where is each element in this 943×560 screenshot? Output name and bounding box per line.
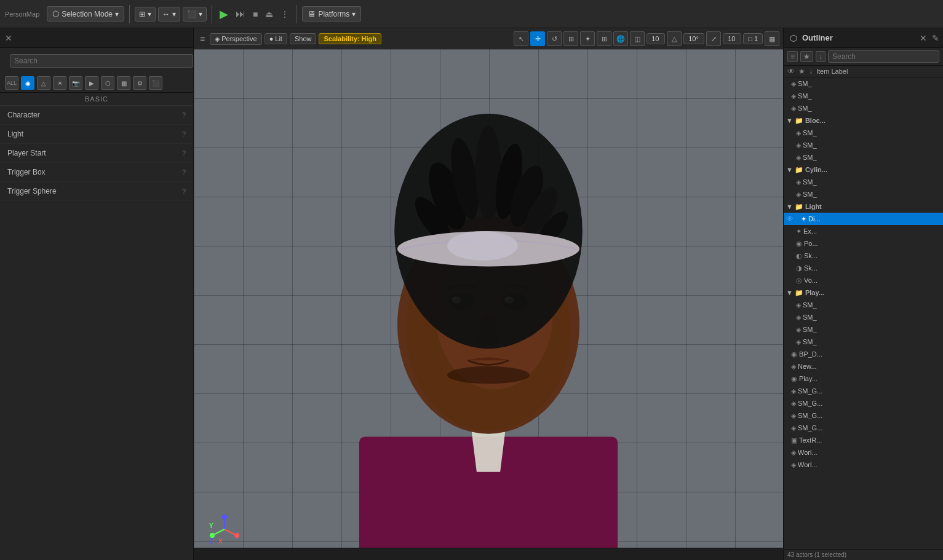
tree-item-cylin-sm2[interactable]: ◈ SM_ bbox=[784, 188, 943, 200]
lp-item-player-start[interactable]: Player Start ? bbox=[0, 144, 193, 163]
step-button[interactable]: ⏭ bbox=[233, 9, 248, 20]
tree-group-player[interactable]: ▼ 📁 Play... bbox=[784, 286, 943, 299]
perspective-button[interactable]: ◈ Perspective bbox=[210, 33, 261, 45]
lp-item-player-start-help[interactable]: ? bbox=[182, 149, 186, 157]
left-panel-search-container bbox=[0, 48, 193, 74]
lp-item-trigger-box[interactable]: Trigger Box ? bbox=[0, 163, 193, 182]
cam-value-btn[interactable]: □ 1 bbox=[743, 33, 763, 44]
tree-item-point-light[interactable]: ◉ Po... bbox=[784, 237, 943, 250]
tree-item-block-sm2[interactable]: ◈ SM_ bbox=[784, 139, 943, 151]
tree-item-smg4[interactable]: ◈ SM_G... bbox=[784, 422, 943, 434]
transform-btn-3[interactable]: ⬛ ▾ bbox=[183, 7, 207, 22]
rotate-tool-btn[interactable]: ↺ bbox=[547, 31, 562, 46]
tree-item-worl2[interactable]: ◈ Worl... bbox=[784, 459, 943, 471]
layout-btn[interactable]: ▦ bbox=[765, 31, 779, 46]
lp-icon-mesh[interactable]: △ bbox=[37, 76, 50, 90]
tree-item-skylight2[interactable]: ◑ Sk... bbox=[784, 262, 943, 274]
tree-item-player[interactable]: ◉ Play... bbox=[784, 373, 943, 385]
tree-group-block[interactable]: ▼ 📁 Bloc... bbox=[784, 114, 943, 127]
lp-item-character[interactable]: Character ? bbox=[0, 106, 193, 125]
lp-icon-all[interactable]: ALL bbox=[5, 76, 18, 90]
tree-item-play-sm3[interactable]: ◈ SM_ bbox=[784, 323, 943, 336]
scale-icon[interactable]: ⤢ bbox=[706, 31, 721, 46]
tree-item-textr[interactable]: ▣ TextR... bbox=[784, 434, 943, 446]
scale-tool-btn[interactable]: ⊞ bbox=[563, 31, 578, 46]
tree-item-bpd[interactable]: ◉ BP_D... bbox=[784, 348, 943, 360]
outliner-search-input[interactable] bbox=[828, 50, 939, 63]
scalability-button[interactable]: Scalability: High bbox=[319, 33, 381, 44]
tree-group-cylin[interactable]: ▼ 📁 Cylin... bbox=[784, 164, 943, 176]
tree-item-skylight1[interactable]: ◐ Sk... bbox=[784, 250, 943, 262]
tree-group-light[interactable]: ▼ 📁 Light bbox=[784, 200, 943, 213]
tree-item-play-sm4[interactable]: ◈ SM_ bbox=[784, 336, 943, 348]
eject-button[interactable]: ⏏ bbox=[263, 9, 276, 19]
outliner-header: ⬡ Outliner ✕ ✎ bbox=[784, 28, 943, 48]
tree-item-sm3[interactable]: ◈ SM_ bbox=[784, 102, 943, 114]
scale-value-btn[interactable]: 10 bbox=[723, 33, 741, 44]
left-panel-search-input[interactable] bbox=[10, 54, 193, 68]
tree-item-sm2[interactable]: ◈ SM_ bbox=[784, 90, 943, 102]
outliner-filter-btn-1[interactable]: ≡ bbox=[787, 51, 798, 62]
character-render bbox=[273, 49, 704, 560]
col-eye-icon[interactable]: 👁 bbox=[787, 67, 795, 76]
lp-icon-settings[interactable]: ⚙ bbox=[133, 76, 146, 90]
play-button[interactable]: ▶ bbox=[217, 7, 231, 21]
lp-icon-play[interactable]: ▶ bbox=[85, 76, 98, 90]
lp-item-trigger-sphere-help[interactable]: ? bbox=[182, 187, 186, 195]
tree-item-play-sm1[interactable]: ◈ SM_ bbox=[784, 299, 943, 311]
viewport-menu-button[interactable]: ≡ bbox=[197, 33, 207, 45]
lp-icon-camera[interactable]: 📷 bbox=[69, 76, 82, 90]
tree-item-cylin-sm1[interactable]: ◈ SM_ bbox=[784, 176, 943, 188]
lp-item-light[interactable]: Light ? bbox=[0, 125, 193, 144]
tree-smg2-label: SM_G... bbox=[798, 400, 941, 407]
tree-item-exponential-fog[interactable]: ✦ Ex... bbox=[784, 225, 943, 237]
viewport[interactable]: ≡ ◈ Perspective ● Lit Show Scalability: … bbox=[194, 28, 783, 560]
lp-item-light-help[interactable]: ? bbox=[182, 130, 186, 138]
tree-item-block-sm1[interactable]: ◈ SM_ bbox=[784, 127, 943, 139]
angle-value-btn[interactable]: 10° bbox=[683, 33, 704, 44]
lp-item-trigger-sphere[interactable]: Trigger Sphere ? bbox=[0, 182, 193, 201]
tree-item-new[interactable]: ◈ New... bbox=[784, 360, 943, 373]
tree-item-smg1[interactable]: ◈ SM_G... bbox=[784, 385, 943, 397]
transform-btn-1[interactable]: ⊞ ▾ bbox=[135, 7, 156, 22]
outliner-edit-button[interactable]: ✎ bbox=[932, 33, 939, 43]
tree-item-block-sm3[interactable]: ◈ SM_ bbox=[784, 151, 943, 164]
transform-btn-2[interactable]: ↔ ▾ bbox=[158, 7, 180, 22]
select-tool-btn[interactable]: ↖ bbox=[514, 31, 528, 46]
move-tool-btn[interactable]: ✛ bbox=[530, 31, 545, 46]
tree-item-volumetric[interactable]: ◎ Vo... bbox=[784, 274, 943, 286]
lp-icon-light[interactable]: ☀ bbox=[53, 76, 66, 90]
outliner-filter-btn-3[interactable]: ↓ bbox=[816, 51, 826, 62]
lp-item-character-help[interactable]: ? bbox=[182, 111, 186, 119]
tree-item-smg3[interactable]: ◈ SM_G... bbox=[784, 409, 943, 422]
grid-tool-btn[interactable]: ⊞ bbox=[597, 31, 611, 46]
angle-icon[interactable]: △ bbox=[667, 31, 682, 46]
tree-item-play-sm2[interactable]: ◈ SM_ bbox=[784, 311, 943, 323]
show-button[interactable]: Show bbox=[290, 33, 317, 44]
lp-icon-actor[interactable]: ◉ bbox=[21, 76, 34, 90]
tree-item-smg2[interactable]: ◈ SM_G... bbox=[784, 397, 943, 409]
outliner-menu-icon[interactable]: ⬡ bbox=[787, 32, 800, 44]
lp-icon-group[interactable]: ⬡ bbox=[101, 76, 114, 90]
left-panel-close-button[interactable]: ✕ bbox=[5, 33, 12, 43]
tree-item-directional-light[interactable]: 👁 ✦ Di... bbox=[784, 213, 943, 225]
selection-mode-button[interactable]: ⬡ Selection Mode ▾ bbox=[47, 6, 124, 22]
platforms-button[interactable]: 🖥 Platforms ▾ bbox=[302, 6, 361, 22]
lit-button[interactable]: ● Lit bbox=[265, 33, 287, 44]
lp-icon-volume[interactable]: ▦ bbox=[117, 76, 130, 90]
outliner-close-button[interactable]: ✕ bbox=[920, 33, 927, 43]
globe-tool-btn[interactable]: 🌐 bbox=[613, 31, 628, 46]
more-options-button[interactable]: ⋮ bbox=[278, 9, 292, 19]
stop-button[interactable]: ■ bbox=[250, 9, 260, 19]
lp-item-trigger-box-help[interactable]: ? bbox=[182, 168, 186, 176]
col-star-icon[interactable]: ★ bbox=[798, 67, 805, 76]
col-arrow-icon[interactable]: ↓ bbox=[809, 67, 813, 76]
grid-value-btn[interactable]: 10 bbox=[647, 33, 665, 44]
outliner-tree[interactable]: ◈ SM_ ◈ SM_ ◈ SM_ ▼ 📁 Bloc... ◈ SM_ ◈ SM… bbox=[784, 77, 943, 549]
transform-tool-btn[interactable]: ✦ bbox=[580, 31, 595, 46]
tree-item-sm1[interactable]: ◈ SM_ bbox=[784, 77, 943, 90]
outliner-filter-btn-2[interactable]: ★ bbox=[800, 51, 813, 62]
snap-tool-btn[interactable]: ◫ bbox=[630, 31, 645, 46]
lp-icon-more[interactable]: ⬛ bbox=[149, 76, 162, 90]
tree-item-worl1[interactable]: ◈ Worl... bbox=[784, 446, 943, 459]
